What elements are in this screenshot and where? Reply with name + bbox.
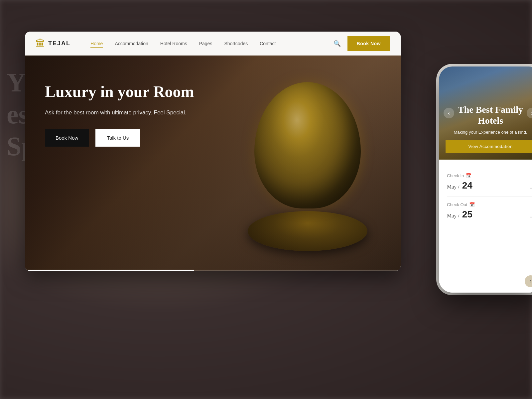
checkout-date[interactable]: May / 25 — [447, 209, 472, 220]
checkin-calendar-icon: 📅 — [466, 173, 471, 178]
checkout-label: Check Out 📅 — [447, 202, 532, 207]
checkin-label: Check In 📅 — [447, 173, 532, 178]
checkout-field: Check Out 📅 May / 25 ... — [447, 197, 532, 225]
hero-subtitle: Ask for the best room with ultimate priv… — [45, 108, 194, 117]
progress-fill — [25, 270, 194, 271]
checkin-value: May / 24 ... — [447, 180, 532, 191]
nav-right: 🔍 Book Now — [333, 36, 390, 51]
nav-hotel-rooms[interactable]: Hotel Rooms — [160, 41, 187, 46]
checkout-month: May / — [447, 213, 460, 218]
checkin-more-options[interactable]: ... — [530, 183, 532, 190]
checkout-day: 25 — [462, 209, 472, 219]
checkin-month: May / — [447, 184, 460, 190]
logo-icon: 🏛 — [36, 38, 45, 49]
nav-book-now-button[interactable]: Book Now — [347, 36, 390, 51]
mobile-hero-image: ‹ › The Best Family Hotels Making your E… — [439, 66, 532, 160]
nav-home[interactable]: Home — [90, 41, 103, 46]
hero-talk-button[interactable]: Talk to Us — [95, 129, 140, 147]
navbar: 🏛 TEJAL Home Accommodation Hotel Rooms P… — [25, 32, 401, 56]
hero-section: Luxury in your Room Ask for the best roo… — [25, 56, 401, 271]
mobile-hero-text: The Best Family Hotels Making your Exper… — [446, 104, 532, 153]
mobile-hero-subtitle: Making your Experience one of a kind. — [446, 130, 532, 135]
logo: 🏛 TEJAL — [36, 38, 70, 49]
hero-content: Luxury in your Room Ask for the best roo… — [45, 82, 194, 147]
browser-window: 🏛 TEJAL Home Accommodation Hotel Rooms P… — [25, 32, 401, 271]
nav-contact[interactable]: Contact — [260, 41, 276, 46]
checkout-value: May / 25 ... — [447, 209, 532, 220]
mobile-phone: ‹ › The Best Family Hotels Making your E… — [439, 66, 532, 293]
hero-buttons: Book Now Talk to Us — [45, 129, 194, 147]
mobile-booking-card: Check In 📅 May / 24 ... Check Out 📅 May … — [439, 160, 532, 293]
progress-bar — [25, 270, 401, 271]
checkin-field: Check In 📅 May / 24 ... — [447, 168, 532, 197]
view-accommodation-button[interactable]: View Accommodation — [446, 140, 532, 153]
hero-book-now-button[interactable]: Book Now — [45, 129, 89, 147]
nav-accommodation[interactable]: Accommodation — [115, 41, 148, 46]
nav-shortcodes[interactable]: Shortcodes — [224, 41, 248, 46]
mobile-hero-title: The Best Family Hotels — [446, 104, 532, 126]
checkin-day: 24 — [462, 180, 472, 191]
checkin-date[interactable]: May / 24 — [447, 180, 472, 191]
checkout-more-options[interactable]: ... — [530, 212, 532, 219]
hero-title: Luxury in your Room — [45, 82, 194, 101]
logo-text: TEJAL — [48, 40, 70, 47]
nav-links: Home Accommodation Hotel Rooms Pages Sho… — [90, 41, 333, 46]
checkout-calendar-icon: 📅 — [469, 202, 475, 207]
nav-pages[interactable]: Pages — [199, 41, 212, 46]
search-icon[interactable]: 🔍 — [333, 40, 341, 47]
